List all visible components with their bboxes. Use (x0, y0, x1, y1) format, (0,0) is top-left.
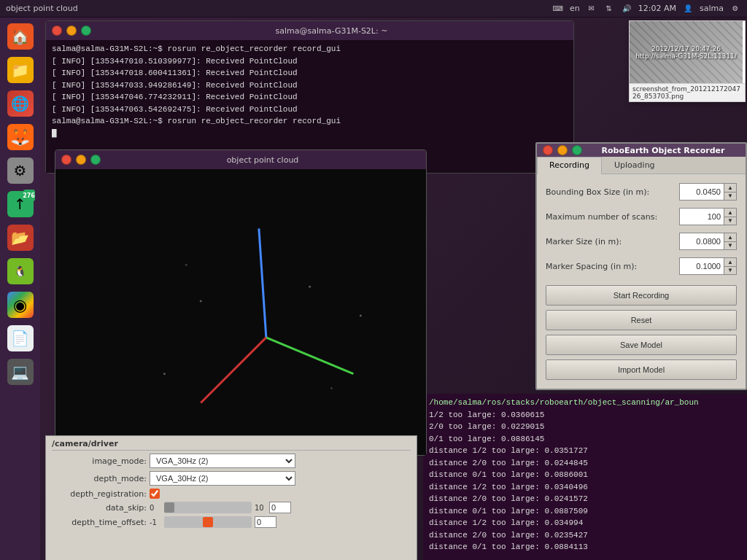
ubuntu-icon: 🏠 (7, 23, 34, 50)
screenshot-popup[interactable]: 2012/12/17 20:47:26 http://salma-G31M-S2… (629, 20, 746, 102)
keyboard-icon: ⌨ (552, 3, 564, 15)
terminal-max-btn[interactable] (81, 26, 91, 36)
marker-size-input[interactable] (680, 233, 724, 249)
term-out-8: distance 2/0 too large: 0.0241572 (429, 493, 746, 505)
data-skip-slider[interactable] (164, 502, 252, 513)
sidebar-app-browser[interactable]: 🌐 (4, 88, 36, 120)
terminal-line-4: [ INFO] [1353447033.949286149]: Received… (52, 79, 568, 92)
data-skip-value[interactable] (269, 502, 291, 513)
terminal-line-1: salma@salma-G31M-S2L:~$ rosrun re_object… (52, 43, 568, 55)
term-out-10: distance 1/2 too large: 0.034994 (429, 517, 746, 529)
marker-size-down-btn[interactable]: ▼ (724, 241, 736, 249)
recorder-min-btn[interactable] (557, 145, 568, 155)
camera-panel: /camera/driver image_mode: VGA_30Hz (2) … (45, 435, 417, 560)
depth-offset-value[interactable] (255, 516, 276, 528)
terminal-line-3: [ INFO] [1353447018.600411361]: Received… (52, 67, 568, 79)
tab-uploading[interactable]: Uploading (602, 157, 667, 174)
terminal-line-5: [ INFO] [1353447046.774232911]: Received… (52, 91, 568, 104)
max-scans-down-btn[interactable]: ▼ (724, 217, 736, 225)
start-recording-button[interactable]: Start Recording (546, 285, 737, 306)
pointcloud-titlebar: object point cloud (55, 150, 426, 169)
term-out-9: distance 0/1 too large: 0.0887509 (429, 505, 746, 518)
depth-offset-slider-row: -1 (150, 516, 276, 528)
gear-icon[interactable]: ⚙ (729, 3, 741, 15)
terminal-title: salma@salma-G31M-S2L: ~ (96, 26, 568, 36)
keyboard-lang: en (570, 4, 580, 13)
data-skip-min: 0 (150, 504, 161, 512)
max-scans-spin-btns: ▲ ▼ (724, 209, 736, 225)
marker-spacing-spinbox: ▲ ▼ (679, 257, 737, 275)
terminal-titlebar: salma@salma-G31M-S2L: ~ (46, 21, 573, 40)
term-out-4: distance 1/2 too large: 0.0351727 (429, 445, 746, 457)
svg-point-8 (330, 387, 333, 389)
max-scans-input[interactable] (680, 209, 724, 225)
recorder-titlebar: RoboEarth Object Recorder (537, 144, 746, 157)
recorder-title: RoboEarth Object Recorder (587, 146, 740, 155)
sidebar-app-ubuntu[interactable]: 🏠 (4, 20, 36, 52)
term-out-2: 2/0 too large: 0.0229015 (429, 421, 746, 433)
username: salma (700, 4, 724, 13)
marker-size-row: Marker Size (in m): ▲ ▼ (546, 233, 737, 250)
terminal-min-btn[interactable] (66, 26, 77, 36)
bounding-box-down-btn[interactable]: ▼ (724, 192, 736, 200)
data-skip-label: data_skip: (52, 503, 147, 513)
bounding-box-spinbox: ▲ ▼ (679, 183, 737, 201)
sidebar-app-files2[interactable]: 📂 (4, 222, 36, 254)
user-icon: 👤 (682, 3, 694, 15)
max-scans-up-btn[interactable]: ▲ (724, 209, 736, 217)
sidebar-app-opensuse[interactable]: 🐧 (4, 255, 36, 287)
depth-mode-select[interactable]: VGA_30Hz (2) (150, 471, 295, 486)
sidebar-app-laptop[interactable]: 💻 (4, 356, 36, 388)
recorder-max-btn[interactable] (572, 145, 582, 155)
marker-spacing-input[interactable] (680, 258, 724, 274)
marker-spacing-up-btn[interactable]: ▲ (724, 258, 736, 266)
sidebar-app-settings[interactable]: ⚙ (4, 155, 36, 187)
network-icon: ⇅ (603, 3, 615, 15)
save-model-button[interactable]: Save Model (546, 335, 737, 355)
path-line: /home/salma/ros/stacks/roboearth/object_… (429, 397, 746, 409)
pointcloud-max-btn[interactable] (90, 155, 101, 165)
depth-mode-label: depth_mode: (52, 474, 147, 483)
term-out-11: distance 2/0 too large: 0.0235427 (429, 529, 746, 542)
marker-spacing-down-btn[interactable]: ▼ (724, 266, 736, 274)
sidebar-app-update[interactable]: ↑ 276 (4, 188, 36, 220)
sidebar-app-text[interactable]: 📄 (4, 322, 36, 354)
import-model-button[interactable]: Import Model (546, 359, 737, 380)
image-mode-select[interactable]: VGA_30Hz (2) (150, 454, 295, 468)
reset-button[interactable]: Reset (546, 310, 737, 330)
image-mode-row: image_mode: VGA_30Hz (2) (52, 454, 411, 468)
bounding-box-up-btn[interactable]: ▲ (724, 184, 736, 192)
depth-reg-checkbox[interactable] (150, 489, 160, 499)
sidebar-app-firefox[interactable]: 🦊 (4, 121, 36, 153)
bounding-box-spin-btns: ▲ ▼ (724, 184, 736, 200)
screenshot-filename: screenshot_from_20121217204726_853703.pn… (630, 83, 745, 101)
bounding-box-input[interactable] (680, 184, 724, 200)
depth-offset-label: depth_time_offset: (52, 518, 147, 527)
image-mode-label: image_mode: (52, 456, 147, 466)
svg-point-5 (163, 373, 166, 375)
sidebar-app-files[interactable]: 📁 (4, 54, 36, 86)
recorder-close-btn[interactable] (543, 145, 553, 155)
screenshot-time: 2012/12/17 20:47:26 (635, 45, 737, 52)
clock: 12:02 AM (638, 4, 676, 13)
terminal-close-btn[interactable] (52, 26, 62, 36)
opensuse-icon: 🐧 (7, 258, 34, 284)
term-out-5: distance 2/0 too large: 0.0244845 (429, 457, 746, 470)
tab-recording[interactable]: Recording (537, 157, 602, 174)
files-icon: 📁 (7, 57, 34, 83)
sidebar-app-chrome[interactable]: ◉ (4, 289, 36, 321)
volume-icon: 🔊 (621, 3, 632, 15)
pointcloud-min-btn[interactable] (76, 155, 86, 165)
camera-panel-title: /camera/driver (52, 439, 411, 451)
svg-line-0 (259, 228, 266, 337)
svg-point-3 (200, 300, 202, 303)
axes-svg (55, 169, 426, 455)
depth-reg-label: depth_registration: (52, 489, 147, 499)
depth-offset-slider[interactable] (164, 516, 252, 528)
pointcloud-close-btn[interactable] (61, 155, 71, 165)
marker-size-up-btn[interactable]: ▲ (724, 233, 736, 241)
text-icon: 📄 (7, 325, 34, 351)
term-out-3: 0/1 too large: 0.0886145 (429, 433, 746, 446)
terminal-bottom[interactable]: /home/salma/ros/stacks/roboearth/object_… (423, 394, 747, 560)
pointcloud-canvas[interactable]: 290.3 FPS (55, 169, 426, 455)
